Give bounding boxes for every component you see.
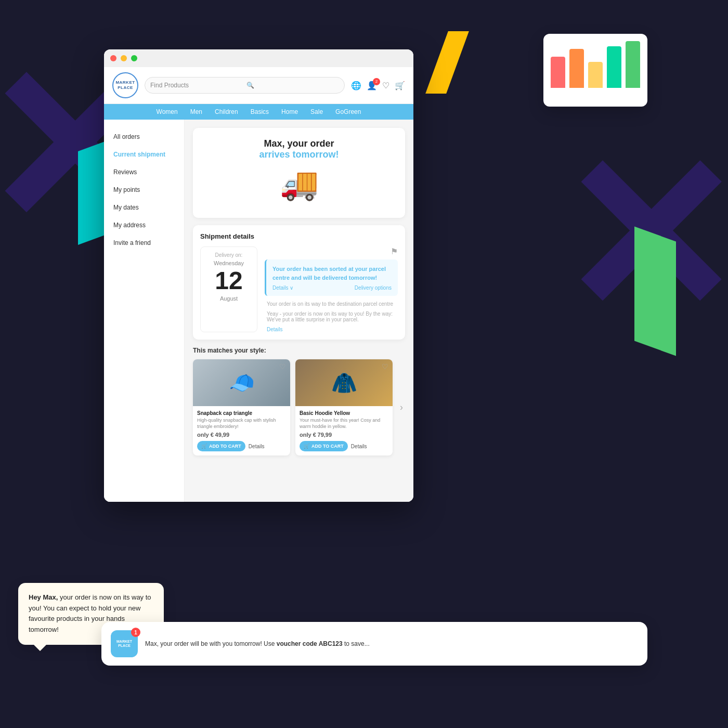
product-actions-1: 🛒 ADD TO CART Details	[197, 441, 286, 451]
notification-toast: MARKET PLACE 1 Max, your order will be w…	[101, 622, 647, 666]
next-arrow[interactable]: ›	[398, 359, 405, 456]
date-month: August	[206, 295, 252, 302]
sidebar-item-my-address[interactable]: My address	[104, 216, 184, 234]
toast-message-bold: voucher code ABC123	[277, 640, 343, 647]
cart-icon-btn-1: 🛒	[201, 444, 207, 449]
wishlist-icon-1[interactable]: ♡	[279, 362, 286, 371]
details-link-1[interactable]: Details	[249, 444, 265, 449]
browser-window: MARKET PLACE Find Products 🔍 🌐 👤 2 ♡ 🛒 W…	[104, 49, 413, 502]
order-banner: Max, your order arrives tomorrow! 🚚	[193, 128, 405, 218]
price-prefix-2: only €	[300, 432, 316, 438]
globe-icon[interactable]: 🌐	[351, 81, 361, 90]
timeline-inactive-2: Yeay - your order is now on its way to y…	[265, 311, 398, 322]
sidebar-item-my-dates[interactable]: My dates	[104, 199, 184, 216]
nav-item-men[interactable]: Men	[184, 104, 209, 120]
product-actions-2: 🛒 ADD TO CART Details	[300, 441, 388, 451]
main-content: All orders Current shipment Reviews My p…	[104, 120, 413, 502]
flag-icon: ⚑	[391, 246, 398, 256]
product-price-2: only € 79,99	[300, 432, 388, 438]
price-value-1: 49,99	[215, 432, 230, 438]
chart-bars	[551, 41, 640, 88]
search-bar[interactable]: Find Products 🔍	[145, 77, 345, 94]
matches-title: This matches your style:	[193, 347, 405, 354]
details-link-2[interactable]: Details	[351, 444, 367, 449]
sidebar-item-reviews[interactable]: Reviews	[104, 163, 184, 181]
wishlist-icon-2[interactable]: ♡	[382, 362, 388, 371]
toast-logo-line2: PLACE	[118, 644, 131, 648]
search-icon: 🔍	[246, 82, 340, 89]
chart-bar-1	[551, 57, 565, 88]
sidebar-item-invite-friend[interactable]: Invite a friend	[104, 234, 184, 252]
matches-section: This matches your style: 🧢 ♡ Snapback ca…	[193, 347, 405, 456]
product-info-2: Basic Hoodie Yellow Your must-have for t…	[295, 406, 393, 456]
date-weekday: Wednesday	[206, 260, 252, 266]
delivery-label: Delivery on:	[206, 252, 252, 258]
chart-bar-5	[626, 41, 640, 88]
sidebar-item-all-orders[interactable]: All orders	[104, 128, 184, 146]
product-image-1: 🧢 ♡	[193, 359, 290, 406]
product-price-1: only € 49,99	[197, 432, 286, 438]
sidebar-item-my-points[interactable]: My points	[104, 181, 184, 199]
product-image-2: 🧥 ♡	[295, 359, 393, 406]
accent-green-right	[634, 226, 676, 356]
cart-icon-btn-2: 🛒	[304, 444, 309, 449]
product-info-1: Snapback cap triangle High-quality snapb…	[193, 406, 290, 456]
price-prefix-1: only €	[197, 432, 214, 438]
cart-icon[interactable]: 🛒	[395, 81, 405, 90]
order-status: arrives tomorrow!	[203, 149, 395, 160]
timeline-links: Details ∨ Delivery options	[272, 285, 392, 291]
date-number: 12	[206, 268, 252, 293]
timeline-details-link[interactable]: Details	[265, 327, 398, 332]
timeline-active-text: Your order has been sorted at your parce…	[272, 265, 392, 282]
nav-item-women[interactable]: Women	[150, 104, 184, 120]
nav-item-basics[interactable]: Basics	[244, 104, 275, 120]
content-panel: Max, your order arrives tomorrow! 🚚 Ship…	[185, 120, 413, 502]
shipment-timeline: ⚑ Your order has been sorted at your par…	[265, 246, 398, 332]
browser-dot-minimize[interactable]	[121, 55, 127, 61]
add-cart-btn-2[interactable]: 🛒 ADD TO CART	[300, 441, 348, 451]
product-emoji-1: 🧢	[229, 371, 255, 395]
chart-widget	[543, 34, 647, 107]
browser-dot-close[interactable]	[110, 55, 116, 61]
chart-bar-3	[588, 62, 603, 88]
nav-item-gogreen[interactable]: GoGreen	[329, 104, 367, 120]
toast-icon-wrap: MARKET PLACE 1	[111, 630, 138, 657]
toast-message-end: to save...	[343, 640, 370, 647]
nav-item-sale[interactable]: Sale	[304, 104, 329, 120]
accent-yellow	[425, 31, 469, 94]
logo-line2: PLACE	[118, 85, 133, 90]
product-desc-1: High-quality snapback cap with stylish t…	[197, 418, 286, 430]
user-badge: 2	[373, 78, 380, 85]
products-grid: 🧢 ♡ Snapback cap triangle High-quality s…	[193, 359, 405, 456]
header-icons: 🌐 👤 2 ♡ 🛒	[351, 81, 405, 90]
toast-badge: 1	[131, 628, 140, 637]
details-link[interactable]: Details ∨	[272, 285, 293, 291]
chart-bar-2	[569, 49, 584, 88]
delivery-options-link[interactable]: Delivery options	[355, 285, 392, 291]
add-cart-label-2: ADD TO CART	[311, 444, 344, 449]
toast-text: Max, your order will be with you tomorro…	[145, 639, 370, 648]
product-name-1: Snapback cap triangle	[197, 410, 286, 416]
nav-item-children[interactable]: Children	[209, 104, 244, 120]
nav-item-home[interactable]: Home	[275, 104, 304, 120]
browser-dot-maximize[interactable]	[131, 55, 137, 61]
add-cart-btn-1[interactable]: 🛒 ADD TO CART	[197, 441, 245, 451]
product-desc-2: Your must-have for this year! Cosy and w…	[300, 418, 388, 430]
shipment-title: Shipment details	[200, 232, 398, 240]
site-header: MARKET PLACE Find Products 🔍 🌐 👤 2 ♡ 🛒	[104, 67, 413, 104]
wishlist-icon[interactable]: ♡	[382, 81, 389, 90]
product-card-2: 🧥 ♡ Basic Hoodie Yellow Your must-have f…	[295, 359, 393, 456]
user-icon[interactable]: 👤 2	[367, 81, 377, 90]
timeline-inactive-1: Your order is on its way to the destinat…	[265, 301, 398, 307]
timeline-active-item: Your order has been sorted at your parce…	[265, 259, 398, 296]
browser-titlebar	[104, 49, 413, 67]
price-value-2: 79,99	[318, 432, 332, 438]
sidebar: All orders Current shipment Reviews My p…	[104, 120, 185, 502]
order-greeting: Max, your order	[203, 138, 395, 149]
shipment-details: Shipment details Delivery on: Wednesday …	[193, 225, 405, 340]
add-cart-label-1: ADD TO CART	[209, 444, 241, 449]
sidebar-item-current-shipment[interactable]: Current shipment	[104, 146, 184, 163]
logo[interactable]: MARKET PLACE	[112, 72, 138, 98]
truck-illustration: 🚚	[203, 165, 395, 202]
nav-menu: Women Men Children Basics Home Sale GoGr…	[104, 104, 413, 120]
